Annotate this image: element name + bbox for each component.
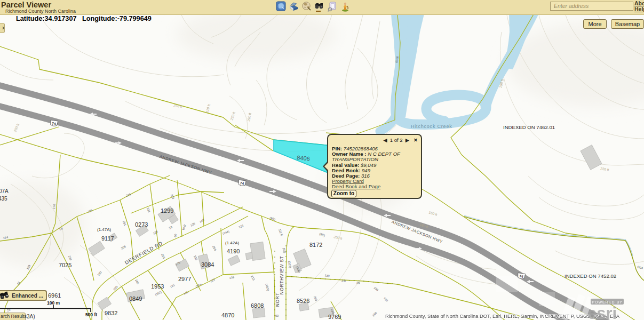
svg-text:2977: 2977 [178, 276, 191, 282]
svg-text:NORT: NORT [275, 293, 280, 307]
svg-text:1299: 1299 [161, 207, 173, 214]
svg-text:60: 60 [275, 314, 279, 317]
svg-text:4190: 4190 [227, 248, 240, 254]
svg-text:0273: 0273 [135, 221, 148, 228]
svg-text:6808: 6808 [251, 302, 264, 309]
svg-text:74: 74 [240, 181, 244, 186]
svg-text:POWERED BY: POWERED BY [592, 300, 622, 304]
svg-text:07A: 07A [0, 188, 9, 194]
svg-text:6961: 6961 [48, 292, 61, 299]
svg-text:NORTHVIEW ST: NORTHVIEW ST [279, 255, 284, 294]
svg-text:7025: 7025 [59, 262, 71, 268]
svg-text:9117: 9117 [101, 235, 114, 242]
svg-text:8406: 8406 [297, 154, 311, 162]
svg-text:INDEXED ON 7462.01: INDEXED ON 7462.01 [503, 124, 555, 130]
svg-text:500 ft: 500 ft [85, 312, 97, 317]
svg-text:170: 170 [52, 204, 56, 209]
svg-text:(1.42A): (1.42A) [225, 241, 240, 245]
svg-text:INDEXED ON 7452.02: INDEXED ON 7452.02 [565, 273, 616, 279]
svg-text:4870: 4870 [221, 312, 234, 318]
svg-text:89: 89 [356, 281, 360, 285]
svg-text:60: 60 [173, 234, 177, 237]
svg-text:74: 74 [52, 122, 57, 126]
svg-text:100 m: 100 m [47, 300, 60, 306]
svg-text:Hitchcock Creek: Hitchcock Creek [411, 124, 452, 129]
svg-text:435: 435 [0, 196, 7, 202]
svg-text:8172: 8172 [309, 242, 322, 248]
svg-text:1953: 1953 [151, 283, 164, 290]
svg-text:esri: esri [587, 304, 617, 320]
svg-text:8526: 8526 [297, 298, 309, 304]
svg-text:(1.47A): (1.47A) [97, 227, 112, 232]
svg-text:3084: 3084 [201, 261, 214, 268]
svg-text:74: 74 [519, 274, 524, 278]
svg-text:9769: 9769 [328, 314, 341, 320]
